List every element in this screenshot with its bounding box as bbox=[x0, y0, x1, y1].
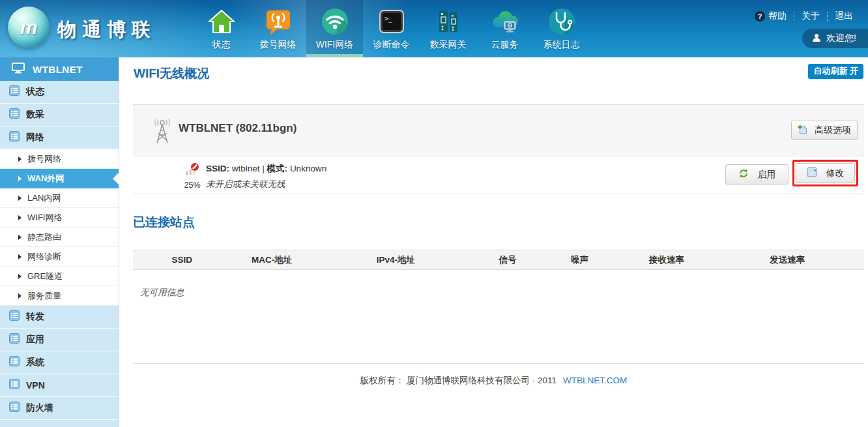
footer: 版权所有： 厦门物通博联网络科技有限公司 · 2011 WTBLNET.COM bbox=[119, 375, 868, 387]
col-ssid: SSID bbox=[133, 255, 231, 265]
refresh-icon bbox=[738, 168, 749, 181]
about-link[interactable]: 关于 bbox=[794, 10, 827, 22]
modify-button[interactable]: 修改 bbox=[796, 163, 855, 183]
empty-table-message: 无可用信息 bbox=[140, 287, 184, 299]
brand-logo-icon: m bbox=[8, 7, 50, 48]
footer-link[interactable]: WTBLNET.COM bbox=[563, 375, 627, 385]
col-noise: 噪声 bbox=[536, 254, 622, 266]
sidebar-item-apps[interactable]: 应用 bbox=[0, 329, 119, 351]
cloud-icon bbox=[490, 7, 520, 37]
arrow-right-icon bbox=[18, 293, 22, 299]
sidebar-sub-wifi[interactable]: WIFI网络 bbox=[0, 208, 119, 228]
wifi-icon bbox=[320, 7, 350, 37]
ssid-line: SSID: wtblnet | 模式: Unknown bbox=[206, 163, 326, 175]
wifi-panel-header: WTBLNET (802.11bgn) 高级选项 bbox=[133, 105, 864, 157]
arrow-right-icon bbox=[18, 235, 22, 240]
col-mac: MAC-地址 bbox=[231, 254, 313, 266]
col-signal: 信号 bbox=[479, 254, 537, 266]
list-icon bbox=[9, 108, 20, 121]
sidebar-sub-lan[interactable]: LAN内网 bbox=[0, 188, 119, 208]
sidebar-sub-dial-network[interactable]: 拨号网络 bbox=[0, 149, 119, 169]
list-icon bbox=[9, 379, 20, 392]
logout-link[interactable]: 退出 bbox=[828, 10, 860, 22]
sidebar-sub-network-diagnose[interactable]: 网络诊断 bbox=[0, 247, 119, 267]
help-link[interactable]: ? 帮助 bbox=[747, 10, 794, 22]
brand-name: 物通博联 bbox=[57, 17, 156, 43]
signal-percent: 25% bbox=[181, 181, 204, 190]
arrow-right-icon bbox=[18, 196, 22, 201]
col-ipv4: IPv4-地址 bbox=[313, 254, 479, 266]
connected-stations-title: 已连接站点 bbox=[133, 214, 195, 231]
help-icon: ? bbox=[755, 11, 765, 22]
copyright-text: 版权所有： 厦门物通博联网络科技有限公司 · 2011 bbox=[360, 375, 557, 385]
table-header-row: SSID MAC-地址 IPv4-地址 信号 噪声 接收速率 发送速率 bbox=[133, 250, 864, 270]
top-nav: 状态 拨号网络 WIFI网络 >_ 诊断命令 数采网关 bbox=[193, 0, 590, 57]
sidebar-item-system[interactable]: 系统 bbox=[0, 351, 119, 374]
sidebar-device-header: WTBLNET bbox=[0, 57, 119, 81]
list-icon bbox=[9, 85, 20, 98]
ssid-info: SSID: wtblnet | 模式: Unknown 未开启或未关联无线 bbox=[206, 163, 326, 190]
col-rx-rate: 接收速率 bbox=[623, 254, 711, 266]
monitor-icon bbox=[12, 63, 25, 76]
welcome-badge[interactable]: 欢迎您! bbox=[802, 29, 868, 48]
modify-highlight-box: 修改 bbox=[792, 160, 858, 186]
user-icon bbox=[812, 33, 821, 44]
page-plus-icon bbox=[798, 125, 808, 137]
main-content: WIFI无线概况 自动刷新 开 WTBLNET (802.11bgn) 高级选项… bbox=[119, 57, 868, 427]
arrow-right-icon bbox=[18, 176, 22, 181]
wifi-overview-panel: WTBLNET (802.11bgn) 高级选项 25% SSID: wtbln… bbox=[133, 104, 864, 194]
nav-item-wifi-network[interactable]: WIFI网络 bbox=[306, 0, 363, 57]
sidebar-item-status[interactable]: 状态 bbox=[0, 81, 119, 104]
advanced-options-button[interactable]: 高级选项 bbox=[791, 121, 858, 140]
list-icon bbox=[9, 310, 20, 323]
sidebar-item-data-collect[interactable]: 数采 bbox=[0, 104, 119, 126]
sidebar-sub-gre-tunnel[interactable]: GRE隧道 bbox=[0, 267, 119, 286]
svg-text:>_: >_ bbox=[384, 15, 393, 23]
gateway-device-icon bbox=[433, 7, 463, 37]
brand-logo-letter: m bbox=[20, 16, 38, 38]
top-links: ? 帮助 关于 退出 bbox=[747, 10, 860, 22]
wifi-status-text: 未开启或未关联无线 bbox=[206, 179, 326, 190]
dial-broadcast-icon bbox=[263, 7, 293, 37]
footer-divider bbox=[133, 363, 864, 364]
selected-notch bbox=[113, 173, 119, 184]
nav-item-status[interactable]: 状态 bbox=[193, 0, 250, 57]
sidebar-item-forward[interactable]: 转发 bbox=[0, 306, 119, 329]
arrow-right-icon bbox=[18, 215, 22, 220]
terminal-icon: >_ bbox=[377, 7, 407, 37]
top-header: m 物通博联 状态 拨号网络 WIFI网络 >_ 诊断命令 bbox=[0, 0, 868, 57]
connected-stations-table: SSID MAC-地址 IPv4-地址 信号 噪声 接收速率 发送速率 bbox=[133, 250, 864, 270]
wifi-network-heading: WTBLNET (802.11bgn) bbox=[179, 122, 297, 135]
sidebar-sub-wan[interactable]: WAN外网 bbox=[0, 169, 119, 188]
home-icon bbox=[207, 7, 237, 37]
arrow-right-icon bbox=[18, 254, 22, 259]
sidebar-item-firewall[interactable]: 防火墙 bbox=[0, 397, 119, 420]
page-title: WIFI无线概况 bbox=[134, 65, 209, 82]
wifi-ssid-row: 25% SSID: wtblnet | 模式: Unknown 未开启或未关联无… bbox=[133, 157, 864, 194]
signal-disabled-icon bbox=[185, 167, 199, 178]
nav-item-dial-network[interactable]: 拨号网络 bbox=[250, 0, 306, 57]
arrow-right-icon bbox=[18, 274, 22, 279]
sidebar-sub-static-route[interactable]: 静态路由 bbox=[0, 228, 119, 247]
sidebar: WTBLNET 状态 数采 网络 拨号网络 WAN外网 LAN内网 WIFI网络… bbox=[0, 57, 119, 427]
sidebar-item-vpn[interactable]: VPN bbox=[0, 374, 119, 397]
signal-block: 25% bbox=[181, 162, 204, 190]
sidebar-sub-qos[interactable]: 服务质量 bbox=[0, 286, 119, 306]
col-tx-rate: 发送速率 bbox=[710, 254, 864, 266]
auto-refresh-toggle[interactable]: 自动刷新 开 bbox=[808, 64, 863, 79]
list-icon bbox=[9, 333, 20, 346]
nav-item-diagnostic-command[interactable]: >_ 诊断命令 bbox=[363, 0, 420, 57]
arrow-right-icon bbox=[18, 156, 22, 162]
enable-button[interactable]: 启用 bbox=[725, 164, 788, 184]
edit-pencil-icon bbox=[807, 167, 817, 179]
stethoscope-icon bbox=[547, 7, 577, 37]
nav-item-system-log[interactable]: 系统日志 bbox=[533, 0, 590, 57]
nav-item-cloud-service[interactable]: 云服务 bbox=[476, 0, 533, 57]
sidebar-item-network[interactable]: 网络 bbox=[0, 126, 119, 149]
list-icon bbox=[9, 131, 20, 144]
antenna-tower-icon bbox=[149, 117, 175, 148]
list-icon bbox=[9, 356, 20, 369]
list-icon bbox=[9, 402, 20, 415]
nav-item-data-gateway[interactable]: 数采网关 bbox=[420, 0, 476, 57]
